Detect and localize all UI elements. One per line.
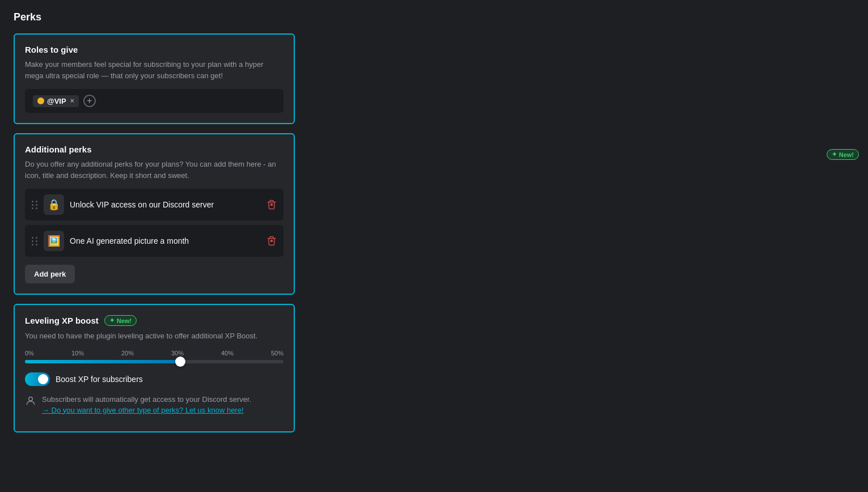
xp-card-title: Leveling XP boost xyxy=(25,316,99,325)
delete-perk-1-button[interactable] xyxy=(266,200,277,210)
xp-card-desc: You need to have the plugin leveling act… xyxy=(25,330,283,342)
toggle-row: Boost XP for subscribers xyxy=(25,372,283,386)
perks-feedback-link[interactable]: → Do you want to give other type of perk… xyxy=(42,406,251,414)
slider-thumb[interactable] xyxy=(175,357,185,367)
svg-point-2 xyxy=(29,397,33,401)
slider-fill xyxy=(25,360,180,363)
perks-card-desc: Do you offer any additional perks for yo… xyxy=(25,159,283,181)
page-title: Perks xyxy=(14,11,854,23)
svg-point-1 xyxy=(270,240,273,243)
page-new-badge-label: New! xyxy=(839,151,854,158)
page-new-badge: ✦ New! xyxy=(827,149,859,160)
roles-card-title: Roles to give xyxy=(25,45,283,54)
roles-card-desc: Make your members feel special for subsc… xyxy=(25,59,283,81)
perk-icon-2: 🖼️ xyxy=(44,231,64,251)
discord-icon xyxy=(25,395,36,409)
role-remove-button[interactable]: × xyxy=(70,97,74,105)
role-tag: @VIP × xyxy=(33,95,79,107)
xp-slider-container: 0% 10% 20% 30% 40% 50% xyxy=(25,350,283,363)
discord-info-row: Subscribers will automatically get acces… xyxy=(25,395,283,414)
toggle-label: Boost XP for subscribers xyxy=(56,375,143,384)
svg-point-0 xyxy=(270,203,273,206)
xp-boost-card: Leveling XP boost ✦ New! You need to hav… xyxy=(14,304,295,432)
add-perk-button[interactable]: Add perk xyxy=(25,265,75,283)
xp-new-badge-icon: ✦ xyxy=(109,317,115,324)
role-dot xyxy=(37,97,44,104)
toggle-thumb xyxy=(38,374,48,384)
xp-boost-toggle[interactable] xyxy=(25,372,50,386)
perk-icon-1: 🔒 xyxy=(44,194,64,215)
page-new-badge-icon: ✦ xyxy=(832,151,837,158)
page-new-badge-wrap: ✦ New! xyxy=(827,149,859,160)
xp-new-badge: ✦ New! xyxy=(104,315,137,326)
perk-label-1: Unlock VIP access on our Discord server xyxy=(70,200,261,209)
roles-to-give-card: Roles to give Make your members feel spe… xyxy=(14,33,295,124)
additional-perks-card: Additional perks Do you offer any additi… xyxy=(14,133,295,295)
drag-handle-2[interactable] xyxy=(32,237,38,245)
role-tag-container: @VIP × + xyxy=(25,89,283,113)
slider-track[interactable] xyxy=(25,360,283,363)
discord-info-text: Subscribers will automatically get acces… xyxy=(42,395,251,404)
xp-new-badge-label: New! xyxy=(117,317,132,324)
perk-item: 🔒 Unlock VIP access on our Discord serve… xyxy=(25,189,283,220)
perk-item: 🖼️ One AI generated picture a month xyxy=(25,225,283,257)
xp-title-row: Leveling XP boost ✦ New! xyxy=(25,315,283,326)
add-role-button[interactable]: + xyxy=(83,95,96,107)
delete-perk-2-button[interactable] xyxy=(266,236,277,246)
role-name: @VIP xyxy=(47,97,66,105)
slider-labels: 0% 10% 20% 30% 40% 50% xyxy=(25,350,283,357)
perk-label-2: One AI generated picture a month xyxy=(70,236,261,245)
perks-card-title: Additional perks xyxy=(25,145,283,154)
drag-handle-1[interactable] xyxy=(32,201,38,209)
